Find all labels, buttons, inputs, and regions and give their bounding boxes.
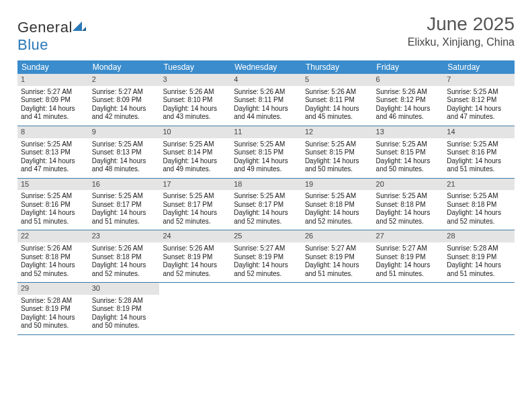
- header-bar: General Blue June 2025 Elixku, Xinjiang,…: [17, 13, 515, 54]
- day-cell: [443, 283, 515, 334]
- sunset-text: Sunset: 8:10 PM: [163, 96, 227, 105]
- day-cell: 17Sunrise: 5:25 AMSunset: 8:17 PMDayligh…: [159, 179, 230, 230]
- location-label: Elixku, Xinjiang, China: [408, 36, 515, 48]
- day-details: Sunrise: 5:25 AMSunset: 8:15 PMDaylight:…: [234, 140, 298, 174]
- week-row: 22Sunrise: 5:26 AMSunset: 8:18 PMDayligh…: [17, 230, 515, 283]
- day-details: Sunrise: 5:25 AMSunset: 8:13 PMDaylight:…: [92, 140, 157, 174]
- sunrise-text: Sunrise: 5:27 AM: [234, 244, 298, 253]
- daylight-text: Daylight: 14 hours and 50 minutes.: [21, 314, 85, 330]
- logo-text: General Blue: [17, 19, 86, 54]
- day-number: 12: [302, 126, 373, 138]
- sunset-text: Sunset: 8:19 PM: [163, 253, 227, 262]
- week-row: 8Sunrise: 5:25 AMSunset: 8:13 PMDaylight…: [17, 126, 515, 179]
- sunset-text: Sunset: 8:13 PM: [92, 148, 157, 157]
- day-details: Sunrise: 5:28 AMSunset: 8:19 PMDaylight:…: [92, 297, 157, 330]
- day-cell: 21Sunrise: 5:25 AMSunset: 8:18 PMDayligh…: [443, 179, 515, 230]
- week-row: 1Sunrise: 5:27 AMSunset: 8:09 PMDaylight…: [17, 74, 515, 126]
- day-cell: 15Sunrise: 5:25 AMSunset: 8:16 PMDayligh…: [17, 179, 89, 230]
- day-details: Sunrise: 5:27 AMSunset: 8:09 PMDaylight:…: [92, 88, 157, 122]
- day-number: 6: [373, 74, 444, 86]
- logo-text-left: General: [17, 19, 73, 36]
- sunset-text: Sunset: 8:17 PM: [92, 201, 157, 210]
- sunrise-text: Sunrise: 5:28 AM: [447, 244, 511, 253]
- svg-marker-0: [73, 21, 82, 31]
- daylight-text: Daylight: 14 hours and 52 minutes.: [447, 209, 511, 226]
- weeks-container: 1Sunrise: 5:27 AMSunset: 8:09 PMDaylight…: [17, 74, 515, 335]
- day-cell: 10Sunrise: 5:25 AMSunset: 8:14 PMDayligh…: [159, 126, 230, 178]
- day-cell: 20Sunrise: 5:25 AMSunset: 8:18 PMDayligh…: [373, 179, 444, 230]
- sunrise-text: Sunrise: 5:25 AM: [305, 192, 369, 201]
- daylight-text: Daylight: 14 hours and 49 minutes.: [234, 157, 298, 174]
- day-details: Sunrise: 5:27 AMSunset: 8:19 PMDaylight:…: [376, 244, 441, 278]
- sunset-text: Sunset: 8:13 PM: [21, 148, 85, 157]
- daylight-text: Daylight: 14 hours and 52 minutes.: [163, 209, 227, 226]
- day-details: Sunrise: 5:25 AMSunset: 8:16 PMDaylight:…: [21, 192, 85, 226]
- daylight-text: Daylight: 14 hours and 52 minutes.: [234, 209, 298, 226]
- sunset-text: Sunset: 8:09 PM: [21, 96, 85, 105]
- day-cell: [159, 283, 230, 334]
- sunrise-text: Sunrise: 5:26 AM: [163, 244, 227, 253]
- day-details: Sunrise: 5:25 AMSunset: 8:17 PMDaylight:…: [234, 192, 298, 226]
- day-number: 24: [159, 230, 230, 242]
- sunset-text: Sunset: 8:11 PM: [305, 96, 369, 105]
- sunrise-text: Sunrise: 5:25 AM: [21, 140, 85, 149]
- day-cell: 2Sunrise: 5:27 AMSunset: 8:09 PMDaylight…: [89, 74, 160, 126]
- dow-monday: Monday: [89, 60, 160, 74]
- sunrise-text: Sunrise: 5:28 AM: [21, 297, 85, 306]
- day-cell: 3Sunrise: 5:26 AMSunset: 8:10 PMDaylight…: [159, 74, 230, 126]
- day-number: 29: [17, 283, 89, 295]
- week-row: 29Sunrise: 5:28 AMSunset: 8:19 PMDayligh…: [17, 283, 515, 335]
- logo-text-right: Blue: [17, 36, 48, 53]
- day-number: 28: [443, 230, 515, 242]
- logo: General Blue: [17, 13, 86, 54]
- day-details: Sunrise: 5:25 AMSunset: 8:16 PMDaylight:…: [447, 140, 511, 174]
- day-cell: 25Sunrise: 5:27 AMSunset: 8:19 PMDayligh…: [230, 230, 302, 282]
- day-details: Sunrise: 5:25 AMSunset: 8:15 PMDaylight:…: [376, 140, 441, 174]
- dow-friday: Friday: [373, 60, 444, 74]
- daylight-text: Daylight: 14 hours and 52 minutes.: [305, 209, 369, 226]
- sunrise-text: Sunrise: 5:25 AM: [92, 192, 157, 201]
- day-of-week-header: Sunday Monday Tuesday Wednesday Thursday…: [17, 60, 515, 74]
- sunset-text: Sunset: 8:19 PM: [234, 253, 298, 262]
- sunrise-text: Sunrise: 5:28 AM: [92, 297, 157, 306]
- sunset-text: Sunset: 8:15 PM: [305, 148, 369, 157]
- day-details: Sunrise: 5:27 AMSunset: 8:09 PMDaylight:…: [21, 88, 85, 122]
- sunset-text: Sunset: 8:12 PM: [376, 96, 441, 105]
- sunrise-text: Sunrise: 5:26 AM: [305, 88, 369, 97]
- day-cell: 27Sunrise: 5:27 AMSunset: 8:19 PMDayligh…: [373, 230, 444, 282]
- daylight-text: Daylight: 14 hours and 41 minutes.: [21, 105, 85, 122]
- dow-sunday: Sunday: [17, 60, 89, 74]
- day-details: Sunrise: 5:25 AMSunset: 8:18 PMDaylight:…: [447, 192, 511, 226]
- daylight-text: Daylight: 14 hours and 50 minutes.: [376, 157, 441, 174]
- sunrise-text: Sunrise: 5:25 AM: [21, 192, 85, 201]
- day-cell: 14Sunrise: 5:25 AMSunset: 8:16 PMDayligh…: [443, 126, 515, 178]
- day-details: Sunrise: 5:28 AMSunset: 8:19 PMDaylight:…: [447, 244, 511, 278]
- day-number: 18: [230, 179, 302, 191]
- daylight-text: Daylight: 14 hours and 52 minutes.: [234, 261, 298, 278]
- day-cell: 19Sunrise: 5:25 AMSunset: 8:18 PMDayligh…: [302, 179, 373, 230]
- day-cell: 29Sunrise: 5:28 AMSunset: 8:19 PMDayligh…: [17, 283, 89, 334]
- daylight-text: Daylight: 14 hours and 51 minutes.: [376, 261, 441, 278]
- day-number: 25: [230, 230, 302, 242]
- svg-marker-1: [82, 27, 86, 31]
- sunrise-text: Sunrise: 5:27 AM: [376, 244, 441, 253]
- day-details: Sunrise: 5:26 AMSunset: 8:11 PMDaylight:…: [234, 88, 298, 122]
- sunrise-text: Sunrise: 5:27 AM: [21, 88, 85, 97]
- sunrise-text: Sunrise: 5:25 AM: [163, 192, 227, 201]
- sunset-text: Sunset: 8:14 PM: [163, 148, 227, 157]
- calendar-grid: Sunday Monday Tuesday Wednesday Thursday…: [17, 60, 515, 335]
- daylight-text: Daylight: 14 hours and 45 minutes.: [305, 105, 369, 122]
- daylight-text: Daylight: 14 hours and 49 minutes.: [163, 157, 227, 174]
- day-details: Sunrise: 5:25 AMSunset: 8:17 PMDaylight:…: [92, 192, 157, 226]
- sunrise-text: Sunrise: 5:27 AM: [92, 88, 157, 97]
- day-details: Sunrise: 5:25 AMSunset: 8:18 PMDaylight:…: [305, 192, 369, 226]
- sunrise-text: Sunrise: 5:25 AM: [305, 140, 369, 149]
- sunrise-text: Sunrise: 5:26 AM: [92, 244, 157, 253]
- daylight-text: Daylight: 14 hours and 51 minutes.: [21, 209, 85, 226]
- daylight-text: Daylight: 14 hours and 51 minutes.: [92, 209, 157, 226]
- day-cell: 11Sunrise: 5:25 AMSunset: 8:15 PMDayligh…: [230, 126, 302, 178]
- sunset-text: Sunset: 8:12 PM: [447, 96, 511, 105]
- day-number: 4: [230, 74, 302, 86]
- day-number: 3: [159, 74, 230, 86]
- day-number: 27: [373, 230, 444, 242]
